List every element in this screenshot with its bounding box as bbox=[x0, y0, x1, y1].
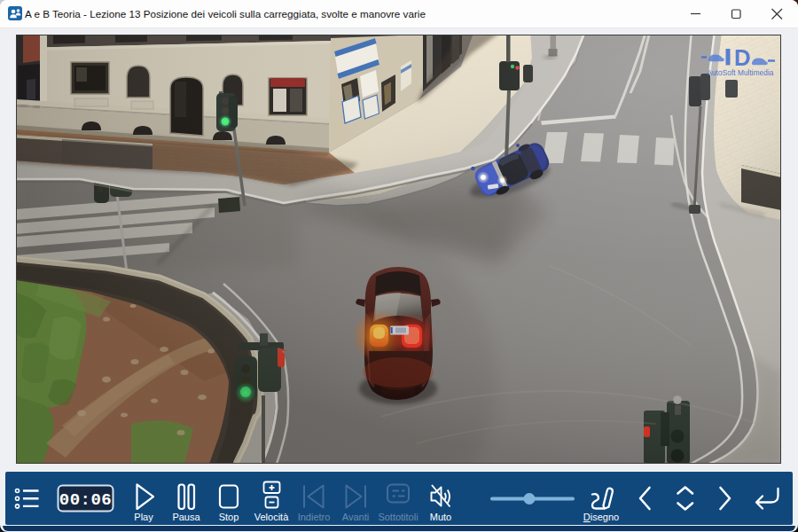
svg-text:00:06: 00:06 bbox=[59, 490, 113, 510]
svg-text:AutoSoft Multimedia: AutoSoft Multimedia bbox=[708, 68, 774, 77]
svg-text:D: D bbox=[734, 44, 751, 71]
